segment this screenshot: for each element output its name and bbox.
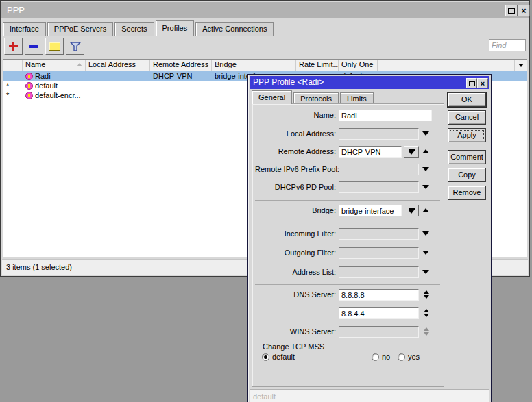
radio-icon: [398, 353, 405, 361]
tab-interface[interactable]: Interface: [3, 22, 46, 36]
incoming-filter-combo[interactable]: [339, 228, 419, 240]
remote-address-label: Remote Address:: [255, 146, 336, 158]
remote-ipv6-prefix-pool-label: Remote IPv6 Prefix Pool:: [255, 164, 336, 175]
comment-button[interactable]: Comment: [448, 150, 486, 164]
bridge-dropdown-button[interactable]: [404, 205, 419, 216]
chevron-down-icon[interactable]: [422, 167, 429, 171]
tab-profiles[interactable]: Profiles: [156, 20, 195, 36]
tab-label: Secrets: [121, 25, 147, 33]
dialog-status-bar: default: [250, 389, 489, 402]
remote-address-input[interactable]: [339, 146, 402, 158]
radio-no[interactable]: no: [372, 353, 390, 361]
row-remote-address: [150, 90, 212, 100]
remote-ipv6-prefix-pool-row: Remote IPv6 Prefix Pool:: [252, 164, 444, 176]
chevron-down-icon[interactable]: [422, 185, 429, 189]
local-address-row: Local Address:: [252, 128, 444, 140]
tab-label: Profiles: [162, 24, 188, 32]
chevron-down-icon[interactable]: [422, 231, 429, 236]
column-local-address[interactable]: Local Address: [86, 60, 150, 71]
dhcpv6-pd-pool-combo[interactable]: [339, 181, 419, 193]
tab-active-connections[interactable]: Active Connections: [195, 22, 274, 36]
tab-label: General: [258, 93, 285, 101]
radio-default[interactable]: default: [262, 353, 295, 361]
column-settings-button[interactable]: [514, 60, 527, 71]
local-address-combo[interactable]: [339, 128, 419, 140]
tab-pppoe-servers[interactable]: PPPoE Servers: [47, 22, 113, 36]
chevron-down-icon[interactable]: [422, 270, 429, 274]
profile-icon: [25, 73, 33, 80]
row-remote-address: [150, 81, 212, 90]
change-tcp-mss-group: Change TCP MSS: [255, 342, 439, 351]
spinner-updown-icon[interactable]: [424, 309, 429, 317]
chevron-up-icon[interactable]: [422, 208, 429, 212]
column-name[interactable]: Name: [23, 60, 86, 71]
add-button[interactable]: [4, 38, 23, 55]
chevron-down-icon[interactable]: [422, 251, 429, 255]
address-list-combo[interactable]: [339, 266, 419, 278]
column-flag[interactable]: [3, 60, 23, 71]
column-label: Only One: [341, 60, 373, 68]
close-button[interactable]: ×: [518, 5, 530, 16]
toolbar: [4, 38, 84, 55]
address-list-row: Address List:: [252, 266, 444, 279]
tab-protocols[interactable]: Protocols: [293, 92, 339, 104]
chevron-down-icon: [518, 64, 524, 67]
window-titlebar[interactable]: PPP: [1, 2, 529, 18]
tab-general[interactable]: General: [252, 90, 292, 104]
button-label: Comment: [450, 153, 483, 161]
remove-button[interactable]: [25, 38, 43, 55]
radio-label: yes: [408, 353, 420, 361]
bridge-input[interactable]: [339, 205, 402, 216]
maximize-button[interactable]: [505, 5, 518, 16]
find-input[interactable]: [489, 39, 526, 51]
radio-yes[interactable]: yes: [398, 353, 420, 361]
comment-button[interactable]: [45, 38, 64, 55]
wins-server-row: WINS Server:: [252, 326, 444, 338]
column-rate-limit[interactable]: Rate Limit...: [296, 60, 339, 71]
chevron-down-icon[interactable]: [422, 131, 429, 136]
remove-button[interactable]: Remove: [448, 186, 486, 200]
dialog-close-button[interactable]: ×: [477, 78, 488, 88]
remote-address-row: Remote Address:: [252, 146, 444, 158]
dialog-maximize-button[interactable]: [466, 78, 477, 88]
filter-icon: [70, 42, 81, 51]
dialog-titlebar[interactable]: PPP Profile <Radi>: [250, 76, 489, 89]
address-list-label: Address List:: [255, 266, 336, 278]
tab-label: Interface: [10, 25, 39, 33]
maximize-icon: [469, 81, 475, 86]
spinner-updown-icon[interactable]: [424, 290, 429, 299]
column-only-one[interactable]: Only One: [339, 60, 378, 71]
apply-button[interactable]: Apply: [448, 128, 486, 142]
table-header: Name Local Address Remote Address Bridge…: [3, 60, 527, 71]
cancel-button[interactable]: Cancel: [448, 110, 486, 125]
tab-limits[interactable]: Limits: [340, 92, 374, 104]
sort-ascending-icon: [77, 63, 82, 66]
local-address-label: Local Address:: [255, 128, 336, 140]
name-input[interactable]: [339, 110, 432, 121]
tab-secrets[interactable]: Secrets: [114, 22, 154, 36]
dns-server2-row: [252, 307, 444, 320]
chevron-up-icon[interactable]: [422, 149, 429, 153]
copy-button[interactable]: Copy: [448, 168, 486, 182]
tab-label: Active Connections: [202, 25, 267, 33]
outgoing-filter-combo[interactable]: [339, 247, 419, 259]
remote-ipv6-prefix-pool-combo[interactable]: [339, 164, 419, 175]
radio-icon: [372, 353, 379, 361]
dns-server-input[interactable]: [339, 289, 419, 301]
column-remote-address[interactable]: Remote Address: [150, 60, 212, 71]
bridge-row: Bridge:: [252, 205, 444, 217]
row-flag: [3, 71, 23, 81]
wins-server-input[interactable]: [339, 326, 419, 338]
wins-server-label: WINS Server:: [255, 326, 336, 338]
outgoing-filter-row: Outgoing Filter:: [252, 247, 444, 260]
window-title: PPP: [7, 5, 25, 15]
column-bridge[interactable]: Bridge: [212, 60, 296, 71]
close-icon: ×: [521, 8, 526, 14]
filter-button[interactable]: [66, 38, 84, 55]
ok-button[interactable]: OK: [448, 92, 486, 107]
column-label: Rate Limit...: [299, 60, 339, 68]
dns-server2-input[interactable]: [339, 307, 419, 319]
column-label: Local Address: [88, 60, 136, 68]
remote-address-dropdown-button[interactable]: [404, 146, 419, 158]
tab-label: Protocols: [300, 95, 332, 103]
